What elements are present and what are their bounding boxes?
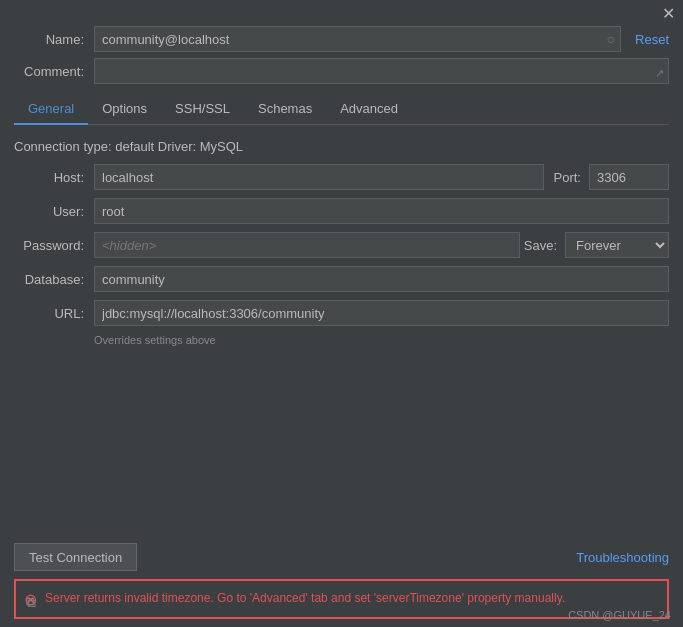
close-button[interactable]: ✕ — [662, 6, 675, 22]
url-row: URL: — [14, 300, 669, 326]
database-row: Database: — [14, 266, 669, 292]
name-input[interactable] — [94, 26, 621, 52]
url-note: Overrides settings above — [94, 334, 669, 346]
name-row: Name: ○ Reset — [14, 26, 669, 52]
comment-label: Comment: — [14, 64, 94, 79]
reset-button[interactable]: Reset — [635, 32, 669, 47]
user-input[interactable] — [94, 198, 669, 224]
password-input[interactable] — [94, 232, 520, 258]
name-icon: ○ — [607, 31, 615, 47]
name-label: Name: — [14, 32, 94, 47]
tab-advanced[interactable]: Advanced — [326, 94, 412, 125]
tabs: General Options SSH/SSL Schemas Advanced — [14, 94, 669, 125]
host-port-row: Host: Port: — [14, 164, 669, 190]
conn-driver-spacer: Driver: — [158, 139, 200, 154]
url-input[interactable] — [94, 300, 669, 326]
tab-options[interactable]: Options — [88, 94, 161, 125]
port-label: Port: — [544, 170, 589, 185]
connection-info: Connection type: default Driver: MySQL — [0, 135, 683, 164]
copy-icon[interactable]: ⧉ — [26, 594, 36, 611]
form-area: Name: ○ Reset Comment: ↗ — [0, 26, 683, 94]
conn-driver-value-text: MySQL — [200, 139, 243, 154]
troubleshoot-link[interactable]: Troubleshooting — [576, 550, 669, 565]
host-label: Host: — [14, 170, 94, 185]
port-input[interactable] — [589, 164, 669, 190]
tab-sshssl[interactable]: SSH/SSL — [161, 94, 244, 125]
save-label: Save: — [520, 238, 565, 253]
tab-general[interactable]: General — [14, 94, 88, 125]
main-content: Host: Port: User: Password: Save: Foreve… — [0, 164, 683, 535]
title-bar: ✕ — [0, 0, 683, 26]
error-text: Server returns invalid timezone. Go to '… — [45, 589, 565, 607]
database-input[interactable] — [94, 266, 669, 292]
watermark: CSDN @GUYUE_24 — [568, 609, 671, 621]
database-label: Database: — [14, 272, 94, 287]
comment-input-wrap: ↗ — [94, 58, 669, 84]
save-select[interactable]: Forever For Session Never — [565, 232, 669, 258]
expand-icon[interactable]: ↗ — [655, 67, 664, 80]
comment-input[interactable] — [94, 58, 669, 84]
tab-schemas[interactable]: Schemas — [244, 94, 326, 125]
user-row: User: — [14, 198, 669, 224]
password-label: Password: — [14, 238, 94, 253]
host-input[interactable] — [94, 164, 544, 190]
name-input-wrap: ○ — [94, 26, 621, 52]
comment-row: Comment: ↗ — [14, 58, 669, 84]
user-label: User: — [14, 204, 94, 219]
test-connection-button[interactable]: Test Connection — [14, 543, 137, 571]
connection-dialog: ✕ Name: ○ Reset Comment: ↗ General Optio… — [0, 0, 683, 627]
conn-type-prefix: Connection type: — [14, 139, 115, 154]
conn-type-value-text: default — [115, 139, 154, 154]
button-row: Test Connection Troubleshooting — [0, 535, 683, 579]
url-label: URL: — [14, 306, 94, 321]
password-row: Password: Save: Forever For Session Neve… — [14, 232, 669, 258]
